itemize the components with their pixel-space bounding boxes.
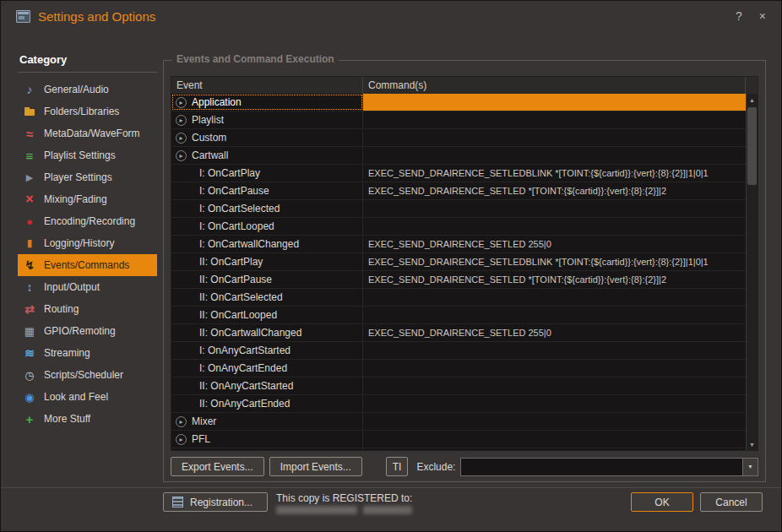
sidebar-item-mixing-fading[interactable]: Mixing/Fading bbox=[18, 188, 157, 210]
event-label: I: OnAnyCartStarted bbox=[199, 345, 291, 356]
event-cell: ▸ Playlist bbox=[171, 111, 363, 128]
table-row[interactable]: ▸ Application bbox=[171, 94, 746, 111]
expand-icon[interactable]: ▸ bbox=[176, 150, 187, 161]
event-label: I: OnAnyCartEnded bbox=[199, 362, 287, 374]
sidebar-item-playlist-settings[interactable]: Playlist Settings bbox=[18, 144, 157, 166]
sidebar-item-streaming[interactable]: Streaming bbox=[18, 342, 157, 364]
event-label: Custom bbox=[192, 132, 226, 144]
io-icon bbox=[23, 280, 36, 294]
table-row[interactable]: ▸ Cartwall bbox=[171, 147, 746, 165]
window-title: Settings and Options bbox=[38, 9, 155, 24]
table-row[interactable]: ▸ PFL bbox=[171, 431, 746, 448]
sidebar-item-routing[interactable]: Routing bbox=[18, 298, 157, 320]
sidebar-item-general-audio[interactable]: General/Audio bbox=[18, 79, 157, 100]
table-row[interactable]: ▸ I: OnCartwallChanged EXEC_SEND_DRAIREN… bbox=[171, 236, 746, 253]
expand-icon[interactable]: ▸ bbox=[176, 416, 187, 427]
event-cell: ▸ II: OnCartPause bbox=[171, 271, 363, 288]
event-cell: ▸ II: OnCartSelected bbox=[171, 289, 363, 306]
sidebar-item-gpio-remoting[interactable]: GPIO/Remoting bbox=[18, 320, 157, 342]
command-cell bbox=[363, 395, 746, 412]
expand-icon[interactable]: ▸ bbox=[176, 133, 187, 144]
sidebar-item-metadata-waveform[interactable]: MetaData/WaveForm bbox=[18, 122, 157, 144]
table-row[interactable]: ▸ I: OnAnyCartStarted bbox=[171, 342, 746, 360]
playlist-icon bbox=[23, 149, 36, 162]
expand-icon[interactable]: ▸ bbox=[176, 434, 187, 445]
table-row[interactable]: ▸ II: OnCartPause EXEC_SEND_DRAIRENCE_SE… bbox=[171, 271, 746, 289]
table-row[interactable]: ▸ I: OnCartSelected bbox=[171, 200, 746, 218]
expand-icon[interactable]: ▸ bbox=[176, 97, 187, 108]
ok-button[interactable]: OK bbox=[631, 492, 693, 512]
close-button[interactable]: × bbox=[759, 9, 766, 23]
command-cell bbox=[363, 431, 746, 448]
settings-window: Settings and Options ? × Category Genera… bbox=[0, 0, 782, 532]
event-cell: ▸ I: OnAnyCartStarted bbox=[171, 342, 363, 359]
event-label: I: OnCartPause bbox=[199, 185, 269, 197]
sidebar-item-look-and-feel[interactable]: Look and Feel bbox=[18, 386, 157, 408]
sidebar-item-input-output[interactable]: Input/Output bbox=[18, 276, 157, 298]
exclude-label: Exclude: bbox=[416, 461, 455, 473]
import-events-button[interactable]: Import Events... bbox=[269, 457, 362, 476]
mixing-icon bbox=[23, 193, 36, 206]
table-row[interactable]: ▸ I: OnAnyCartEnded bbox=[171, 360, 746, 377]
event-cell: ▸ II: OnCartLooped bbox=[171, 307, 363, 323]
command-cell bbox=[363, 200, 746, 217]
app-icon bbox=[16, 10, 30, 23]
column-header-commands[interactable]: Command(s) bbox=[363, 77, 746, 94]
events-icon bbox=[23, 258, 36, 272]
sidebar-item-encoding-recording[interactable]: Encoding/Recording bbox=[18, 210, 157, 232]
sidebar-item-more-stuff[interactable]: More Stuff bbox=[18, 408, 157, 430]
command-cell bbox=[363, 307, 746, 323]
command-cell bbox=[363, 342, 746, 359]
sidebar-item-label: Routing bbox=[44, 303, 79, 315]
vertical-scrollbar[interactable]: ▲ ▼ bbox=[746, 94, 758, 450]
look-icon bbox=[23, 390, 36, 404]
table-row[interactable]: ▸ Mixer bbox=[171, 413, 746, 431]
column-header-event[interactable]: Event bbox=[171, 77, 363, 94]
event-cell: ▸ Scheduler bbox=[171, 448, 363, 450]
table-row[interactable]: ▸ Scheduler bbox=[171, 448, 746, 450]
sidebar-item-logging-history[interactable]: Logging/History bbox=[18, 232, 157, 254]
scripts-icon bbox=[23, 368, 36, 382]
cancel-button[interactable]: Cancel bbox=[700, 492, 763, 512]
command-cell: EXEC_SEND_DRAIRENCE_SETLED *[TOINT:{${ca… bbox=[363, 271, 746, 288]
registration-button[interactable]: Registration... bbox=[163, 492, 268, 512]
redacted-block bbox=[276, 506, 357, 514]
event-label: II: OnCartPause bbox=[199, 274, 272, 285]
combo-dropdown-icon[interactable]: ▼ bbox=[742, 459, 758, 475]
sidebar-item-folders-libraries[interactable]: Folders/Libraries bbox=[18, 100, 157, 122]
table-row[interactable]: ▸ II: OnCartSelected bbox=[171, 289, 746, 307]
table-row[interactable]: ▸ I: OnCartPlay EXEC_SEND_DRAIRENCE_SETL… bbox=[171, 165, 746, 182]
redacted-block bbox=[363, 506, 412, 514]
table-row[interactable]: ▸ II: OnCartPlay EXEC_SEND_DRAIRENCE_SET… bbox=[171, 253, 746, 271]
scrollbar-thumb[interactable] bbox=[747, 107, 757, 185]
export-events-button[interactable]: Export Events... bbox=[171, 457, 264, 476]
table-row[interactable]: ▸ II: OnCartLooped bbox=[171, 307, 746, 324]
command-cell: EXEC_SEND_DRAIRENCE_SETLED 255|0 bbox=[363, 324, 746, 341]
table-row[interactable]: ▸ I: OnCartLooped bbox=[171, 218, 746, 236]
table-row[interactable]: ▸ Playlist bbox=[171, 111, 746, 129]
event-cell: ▸ Application bbox=[171, 94, 363, 111]
ti-button[interactable]: TI bbox=[386, 457, 409, 476]
scroll-down-icon[interactable]: ▼ bbox=[747, 438, 758, 450]
events-table: Event Command(s) ▸ Application ▸ Playlis… bbox=[171, 76, 758, 451]
sidebar-item-label: Playlist Settings bbox=[44, 149, 116, 161]
scroll-up-icon[interactable]: ▲ bbox=[747, 94, 758, 106]
help-button[interactable]: ? bbox=[736, 9, 742, 23]
sidebar-item-player-settings[interactable]: Player Settings bbox=[18, 166, 157, 188]
expand-icon[interactable]: ▸ bbox=[176, 115, 187, 126]
sidebar-item-label: More Stuff bbox=[44, 413, 90, 425]
table-row[interactable]: ▸ Custom bbox=[171, 129, 746, 147]
command-cell bbox=[363, 289, 746, 306]
event-cell: ▸ I: OnCartPause bbox=[171, 182, 363, 199]
sidebar-item-scripts-scheduler[interactable]: Scripts/Scheduler bbox=[18, 364, 157, 386]
exclude-combobox[interactable]: ▼ bbox=[460, 458, 758, 476]
sidebar-item-events-commands[interactable]: Events/Commands bbox=[18, 254, 157, 276]
event-label: II: OnCartSelected bbox=[199, 291, 283, 303]
table-row[interactable]: ▸ II: OnCartwallChanged EXEC_SEND_DRAIRE… bbox=[171, 324, 746, 342]
command-cell bbox=[363, 129, 746, 146]
table-row[interactable]: ▸ I: OnCartPause EXEC_SEND_DRAIRENCE_SET… bbox=[171, 182, 746, 200]
sidebar-item-label: Folders/Libraries bbox=[44, 106, 119, 117]
table-row[interactable]: ▸ II: OnAnyCartStarted bbox=[171, 377, 746, 395]
table-row[interactable]: ▸ II: OnAnyCartEnded bbox=[171, 395, 746, 413]
gpio-icon bbox=[23, 324, 36, 338]
